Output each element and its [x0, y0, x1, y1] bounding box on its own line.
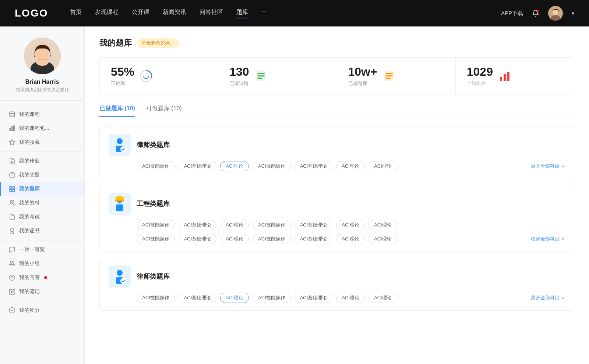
sidebar-item-1on1[interactable]: 一对一答疑	[0, 243, 84, 257]
tag-2-14[interactable]: ACI理论	[368, 234, 397, 244]
svg-rect-20	[13, 186, 15, 188]
svg-rect-19	[10, 186, 11, 188]
main-content: 我的题库 体验剩余23天！ 55% 正确率	[85, 26, 589, 364]
nav-link-qa[interactable]: 问答社区	[200, 8, 223, 18]
nav-link-open[interactable]: 公开课	[132, 8, 149, 18]
tag-2-10[interactable]: ACI理论	[220, 234, 249, 244]
tag-2-7[interactable]: ACI理论	[368, 220, 397, 230]
tag-2-12[interactable]: ACI基础理论	[294, 234, 333, 244]
nav-link-more[interactable]: ···	[261, 8, 266, 18]
stat-done-questions: 130 已做试题	[218, 58, 337, 94]
tag-1-6[interactable]: ACI理论	[336, 161, 365, 171]
main-layout: Brian Harris 错误的决定比没有决定要好 我的课程 我的课程包...	[0, 26, 589, 364]
tag-2-13[interactable]: ACI理论	[336, 234, 365, 244]
logo[interactable]: LOGO	[15, 7, 48, 19]
tag-2-2[interactable]: ACI基础理论	[179, 220, 217, 230]
tag-3-4[interactable]: ACI技能操作	[253, 293, 291, 303]
sidebar-item-exam[interactable]: 我的考试	[0, 210, 84, 224]
tag-2-6[interactable]: ACI理论	[336, 220, 365, 230]
navbar: LOGO 首页 发现课程 公开课 新闻资讯 问答社区 题库 ··· APP下载 …	[0, 0, 589, 26]
tag-1-5[interactable]: ACI基础理论	[294, 161, 333, 171]
svg-point-25	[10, 261, 13, 263]
svg-point-45	[120, 146, 126, 152]
nav-link-quiz[interactable]: 题库	[236, 8, 248, 18]
tag-2-11[interactable]: ACI技能操作	[253, 234, 291, 244]
bank-card-1-icon	[109, 134, 131, 156]
tag-3-6[interactable]: ACI理论	[336, 293, 365, 303]
svg-rect-49	[115, 200, 124, 201]
sidebar-label-qa: 我的答疑	[19, 172, 40, 178]
tag-3-2[interactable]: ACI基础理论	[179, 293, 217, 303]
svg-point-52	[120, 278, 126, 284]
stat-rank: 1029 全站排名	[456, 58, 574, 94]
sidebar-item-my-qa[interactable]: 我的问答	[0, 271, 84, 285]
nav-right: APP下载 ▾	[501, 6, 574, 21]
tag-2-3[interactable]: ACI理论	[220, 220, 249, 230]
expand-btn-3[interactable]: 展开全部科目 ∨	[531, 295, 565, 301]
svg-point-7	[36, 57, 49, 66]
stat-done-banks-value: 10w+	[348, 65, 377, 79]
sidebar-item-points[interactable]: 我的积分	[0, 303, 84, 317]
nav-link-news[interactable]: 新闻资讯	[163, 8, 186, 18]
tag-2-1[interactable]: ACI技能操作	[137, 220, 175, 230]
stat-done-banks: 10w+ 已做题库	[337, 58, 456, 94]
tag-1-3[interactable]: ACI理论	[220, 161, 249, 171]
sidebar-item-qa[interactable]: 我的答疑	[0, 168, 84, 182]
user-dropdown-arrow[interactable]: ▾	[572, 10, 574, 16]
tab-available-banks[interactable]: 可做题库 (10)	[146, 105, 182, 117]
tag-3-3[interactable]: ACI理论	[220, 293, 249, 303]
tag-1-1[interactable]: ACI技能操作	[137, 161, 175, 171]
sidebar-item-my-course[interactable]: 我的课程	[0, 107, 84, 121]
stat-done-questions-value: 130	[229, 65, 249, 79]
tag-1-7[interactable]: ACI理论	[368, 161, 397, 171]
sidebar-label-favorites: 我的收藏	[19, 139, 40, 146]
stat-done-questions-values: 130 已做试题	[229, 65, 249, 87]
tag-3-1[interactable]: ACI技能操作	[137, 293, 175, 303]
tag-3-7[interactable]: ACI理论	[368, 293, 397, 303]
question-icon	[9, 172, 15, 178]
bank-card-2: 工程类题库 ACI技能操作 ACI基础理论 ACI理论 ACI技能操作 ACI基…	[99, 185, 574, 252]
tag-3-5[interactable]: ACI基础理论	[294, 293, 333, 303]
tag-2-9[interactable]: ACI基础理论	[179, 234, 217, 244]
sidebar-item-course-package[interactable]: 我的课程包...	[0, 121, 84, 135]
svg-point-23	[10, 200, 13, 203]
chat-icon	[9, 246, 15, 253]
sidebar-item-favorites[interactable]: 我的收藏	[0, 135, 84, 149]
bank-card-2-header: 工程类题库	[109, 193, 565, 215]
collapse-btn-2[interactable]: 收起全部科目 ∧	[531, 236, 565, 242]
sidebar-item-homework[interactable]: 我的作业	[0, 154, 84, 168]
notification-bell[interactable]	[530, 8, 541, 18]
trial-badge[interactable]: 体验剩余23天！	[137, 38, 180, 48]
chart-icon	[9, 125, 15, 132]
sidebar-item-materials[interactable]: 我的资料	[0, 196, 84, 210]
svg-point-43	[117, 138, 123, 144]
sidebar-label-course-package: 我的课程包...	[19, 125, 49, 132]
bank-card-3-icon	[109, 265, 131, 288]
svg-rect-41	[504, 74, 506, 81]
tab-done-banks[interactable]: 已做题库 (10)	[99, 105, 135, 117]
tag-1-2[interactable]: ACI基础理论	[179, 161, 217, 171]
user-avatar[interactable]	[548, 6, 563, 21]
nav-link-discover[interactable]: 发现课程	[95, 8, 119, 18]
sidebar-item-group[interactable]: 我的小组	[0, 257, 84, 271]
sidebar-item-notes[interactable]: 我的笔记	[0, 285, 84, 299]
app-download-button[interactable]: APP下载	[501, 10, 523, 17]
page-header: 我的题库 体验剩余23天！	[99, 38, 574, 49]
svg-rect-34	[257, 75, 265, 76]
sidebar-menu: 我的课程 我的课程包... 我的收藏 我的作业	[0, 104, 84, 320]
svg-rect-47	[116, 204, 123, 211]
tag-2-4[interactable]: ACI技能操作	[253, 220, 291, 230]
sidebar-item-certificate[interactable]: 我的证书	[0, 224, 84, 238]
file2-icon	[9, 214, 15, 220]
stats-row: 55% 正确率 130 已做试题	[99, 57, 574, 94]
sidebar-item-quiz-bank[interactable]: 我的题库	[0, 182, 84, 196]
nav-link-home[interactable]: 首页	[70, 8, 82, 18]
expand-btn-1[interactable]: 展开全部科目 ∨	[531, 163, 565, 169]
bank-card-3-title: 律师类题库	[137, 272, 170, 281]
tag-2-5[interactable]: ACI基础理论	[294, 220, 333, 230]
tag-2-8[interactable]: ACI技能操作	[137, 234, 175, 244]
sidebar-label-group: 我的小组	[19, 260, 40, 267]
sidebar-label-my-course: 我的课程	[19, 111, 40, 118]
svg-rect-39	[385, 78, 391, 79]
tag-1-4[interactable]: ACI技能操作	[253, 161, 291, 171]
